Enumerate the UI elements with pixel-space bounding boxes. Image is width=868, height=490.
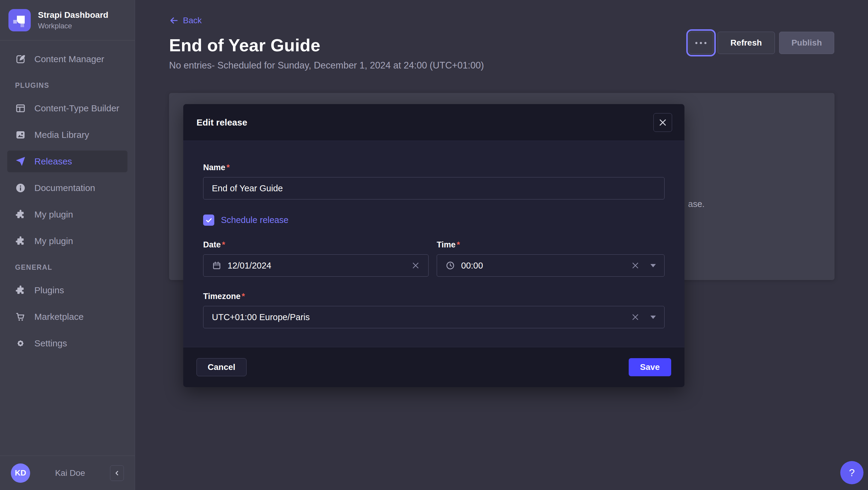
- required-asterisk: *: [242, 292, 245, 301]
- time-clear-button[interactable]: [631, 261, 640, 270]
- gear-icon: [15, 338, 26, 349]
- timezone-field-group: Timezone*: [203, 292, 664, 328]
- empty-state-text: ase.: [688, 199, 705, 209]
- header-actions: Refresh Publish: [689, 32, 834, 54]
- sidebar-collapse-button[interactable]: [110, 465, 124, 481]
- back-link[interactable]: Back: [169, 16, 202, 25]
- time-input[interactable]: [461, 261, 625, 271]
- sidebar-item-label: Content Manager: [34, 54, 104, 64]
- sidebar-section-general: GENERAL: [15, 263, 120, 271]
- sidebar-item-my-plugin-2[interactable]: My plugin: [7, 230, 127, 252]
- sidebar-item-settings[interactable]: Settings: [7, 333, 127, 354]
- sidebar-item-label: Content-Type Builder: [34, 103, 119, 113]
- close-button[interactable]: [653, 113, 672, 132]
- sidebar-item-label: Settings: [34, 338, 67, 348]
- chevron-down-icon[interactable]: [650, 316, 656, 319]
- time-input-box: [437, 254, 664, 277]
- releases-icon: [15, 156, 26, 167]
- sidebar-item-media-library[interactable]: Media Library: [7, 124, 127, 146]
- required-asterisk: *: [227, 163, 230, 172]
- more-dots-icon: [695, 42, 698, 44]
- refresh-button[interactable]: Refresh: [718, 32, 775, 54]
- sidebar-item-content-manager[interactable]: Content Manager: [7, 48, 127, 70]
- help-button[interactable]: ?: [840, 461, 864, 484]
- timezone-input-box: [203, 306, 664, 328]
- sidebar-item-label: Documentation: [34, 183, 95, 193]
- modal-footer: Cancel Save: [183, 347, 684, 387]
- name-input-box: [203, 177, 664, 199]
- sidebar-item-label: My plugin: [34, 209, 73, 220]
- date-time-row: Date*: [203, 240, 664, 277]
- back-label: Back: [183, 16, 202, 25]
- strapi-logo-icon: [8, 9, 31, 31]
- user-name: Kai Doe: [37, 468, 103, 478]
- name-label: Name*: [203, 163, 664, 172]
- schedule-release-label: Schedule release: [221, 215, 288, 225]
- sidebar-nav: Content Manager PLUGINS Content-Type Bui…: [0, 40, 135, 456]
- publish-button: Publish: [779, 32, 834, 54]
- cart-icon: [15, 311, 26, 322]
- brand-text: Strapi Dashboard Workplace: [38, 10, 108, 30]
- sidebar-item-label: Releases: [34, 156, 72, 167]
- save-button[interactable]: Save: [629, 358, 671, 376]
- name-input[interactable]: [212, 183, 656, 194]
- media-library-icon: [15, 129, 26, 140]
- more-actions-button[interactable]: [689, 32, 713, 54]
- sidebar-item-documentation[interactable]: Documentation: [7, 177, 127, 199]
- sidebar: Strapi Dashboard Workplace Content Manag…: [0, 0, 135, 490]
- time-field-group: Time*: [437, 240, 664, 277]
- page-subtitle: No entries- Scheduled for Sunday, Decemb…: [169, 60, 868, 71]
- sidebar-item-content-type-builder[interactable]: Content-Type Builder: [7, 97, 127, 119]
- close-icon: [658, 118, 667, 127]
- brand-title: Strapi Dashboard: [38, 10, 108, 20]
- cancel-button[interactable]: Cancel: [196, 358, 247, 376]
- timezone-clear-button[interactable]: [631, 313, 640, 321]
- date-input-box: [203, 254, 429, 277]
- date-input[interactable]: [227, 261, 405, 271]
- clock-icon: [445, 261, 455, 270]
- workspace-switcher[interactable]: Strapi Dashboard Workplace: [0, 0, 135, 40]
- modal-header: Edit release: [183, 104, 684, 141]
- user-row: KD Kai Doe: [0, 456, 135, 490]
- modal-title: Edit release: [196, 117, 247, 127]
- brand-subtitle: Workplace: [38, 22, 108, 30]
- required-asterisk: *: [222, 240, 225, 250]
- sidebar-item-label: Plugins: [34, 285, 64, 295]
- modal-body: Name* Schedule release Date*: [183, 141, 684, 328]
- sidebar-item-my-plugin-1[interactable]: My plugin: [7, 204, 127, 225]
- sidebar-item-releases[interactable]: Releases: [7, 150, 127, 172]
- date-label: Date*: [203, 240, 429, 250]
- content-manager-icon: [15, 54, 26, 64]
- required-asterisk: *: [457, 240, 460, 250]
- edit-release-modal: Edit release Name*: [183, 104, 684, 387]
- sidebar-item-marketplace[interactable]: Marketplace: [7, 306, 127, 328]
- time-label: Time*: [437, 240, 664, 250]
- date-clear-button[interactable]: [411, 261, 420, 270]
- timezone-input[interactable]: [212, 312, 625, 322]
- date-field-group: Date*: [203, 240, 429, 277]
- documentation-icon: [15, 182, 26, 194]
- question-mark-icon: ?: [849, 467, 855, 479]
- sidebar-section-plugins: PLUGINS: [15, 82, 120, 90]
- chevron-down-icon[interactable]: [650, 264, 656, 267]
- puzzle-icon: [15, 209, 26, 220]
- content-type-builder-icon: [15, 103, 26, 114]
- calendar-icon: [212, 261, 221, 270]
- checkbox-checked-icon[interactable]: [203, 214, 214, 226]
- sidebar-item-label: My plugin: [34, 236, 73, 246]
- puzzle-icon: [15, 236, 26, 247]
- timezone-label: Timezone*: [203, 292, 664, 301]
- puzzle-icon: [15, 285, 26, 296]
- back-arrow-icon: [169, 16, 179, 25]
- name-field-group: Name*: [203, 163, 664, 199]
- sidebar-item-label: Marketplace: [34, 312, 84, 322]
- sidebar-item-plugins[interactable]: Plugins: [7, 279, 127, 301]
- chevron-left-icon: [113, 469, 121, 477]
- avatar[interactable]: KD: [11, 463, 30, 483]
- sidebar-item-label: Media Library: [34, 130, 89, 140]
- schedule-release-toggle[interactable]: Schedule release: [203, 214, 664, 226]
